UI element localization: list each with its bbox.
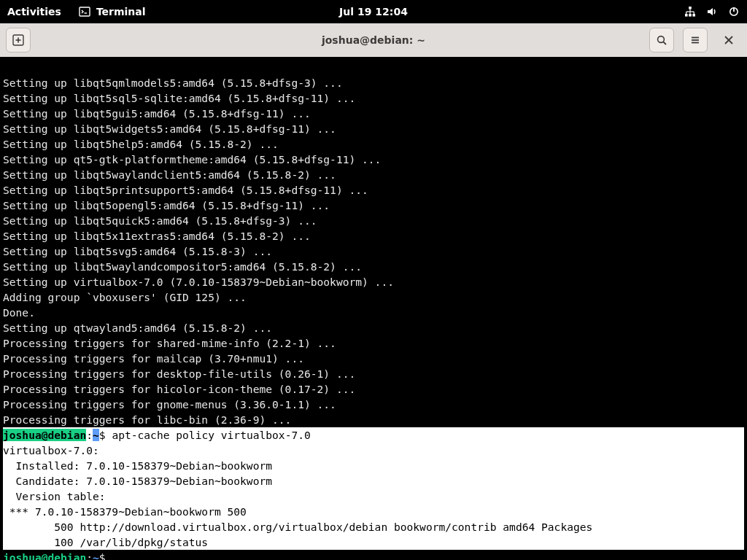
new-tab-button[interactable] [6,28,31,52]
volume-icon[interactable] [706,6,718,18]
terminal-lines: Setting up libqt5qmlmodels5:amd64 (5.15.… [3,75,744,427]
window-title: joshua@debian: ~ [322,34,425,46]
close-button[interactable] [716,28,741,52]
power-icon[interactable] [728,6,740,18]
menu-button[interactable] [683,28,708,52]
gnome-top-panel: Activities Terminal Jul 19 12:04 [0,0,747,23]
current-app-label: Terminal [96,6,146,18]
search-button[interactable] [649,28,674,52]
terminal-output[interactable]: Setting up libqt5qmlmodels5:amd64 (5.15.… [0,57,747,560]
terminal-titlebar: joshua@debian: ~ [0,23,747,57]
svg-rect-5 [692,14,695,17]
current-app-indicator[interactable]: Terminal [79,6,146,18]
svg-point-16 [658,36,665,43]
terminal-icon [79,6,90,18]
activities-button[interactable]: Activities [7,6,61,18]
svg-rect-3 [685,14,688,17]
svg-line-17 [663,42,666,44]
svg-rect-0 [80,7,90,16]
panel-datetime[interactable]: Jul 19 12:04 [339,6,408,18]
svg-rect-2 [689,7,692,9]
network-icon[interactable] [684,6,696,18]
command-text: apt-cache policy virtualbox-7.0 [112,429,310,441]
highlighted-command-block: joshua@debian:~$ apt-cache policy virtua… [3,427,744,550]
svg-rect-4 [689,14,692,17]
